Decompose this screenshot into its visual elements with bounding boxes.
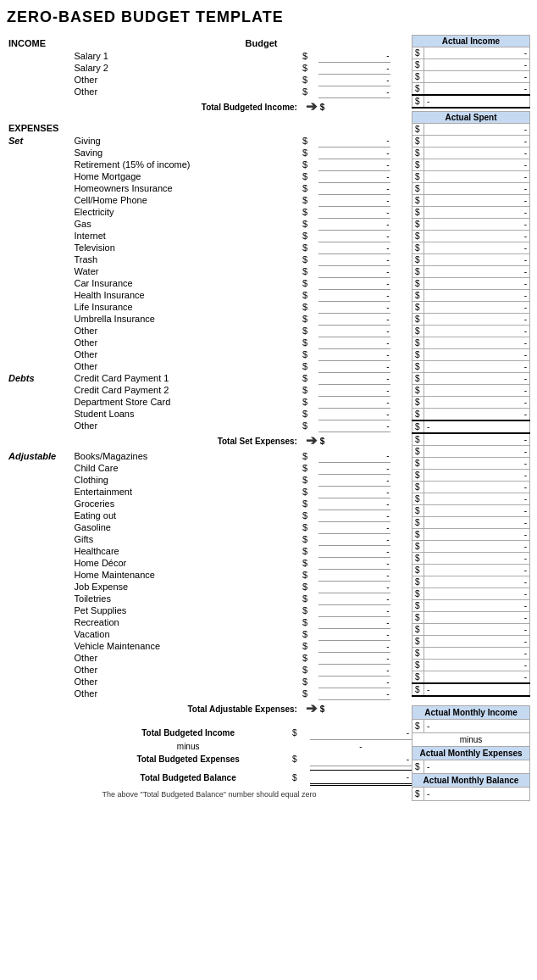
page-title: ZERO-BASED BUDGET TEMPLATE [7,8,530,26]
set-total-label: Total Set Expenses: [73,432,301,450]
list-item: Other $ - [7,360,412,372]
actual-monthly-expenses-header: Actual Monthly Expenses [412,746,530,760]
list-item: Gifts $ - [7,533,412,545]
actual-monthly-income-label: Actual Monthly Income [412,705,530,719]
adjustable-total-label: Total Adjustable Expenses: [73,699,301,718]
adjustable-section-row: Adjustable Books/Magazines $ - [7,450,412,462]
list-item: Toiletries $ - [7,593,412,604]
list-item: Clothing $ - [7,474,412,486]
list-item: Vacation $ - [7,628,412,640]
right-spent-row: $- [412,218,530,230]
actual-monthly-balance-header: Actual Monthly Balance [412,773,530,787]
actual-minus-row: minus [412,732,530,746]
actual-monthly-income-value[interactable]: - [424,719,530,732]
right-spent-row: $- [412,325,530,337]
list-item: Gas $ - [7,218,412,230]
right-spent-row: $- [412,277,530,289]
list-item: Vehicle Maintenance $ - [7,640,412,652]
list-item: Water $ - [7,265,412,277]
set-section-row: Set Giving $ - [7,135,412,147]
total-budgeted-balance-value[interactable]: - [310,771,412,785]
income-salary2-label: Salary 2 [73,62,244,74]
income-section-row: INCOME Budget [7,35,412,50]
right-adj-row: $- [412,528,530,540]
summary-table: Total Budgeted Income $ - minus - Total … [7,727,412,786]
left-section: INCOME Budget Salary 1 $ - Salary 2 [7,35,412,801]
list-item: Car Insurance $ - [7,277,412,289]
right-adj-row: $- [412,564,530,576]
right-adj-row: $- [412,611,530,623]
budget-table: INCOME Budget Salary 1 $ - Salary 2 [7,35,412,718]
right-adj-row: $- [412,457,530,469]
income-other1-value[interactable]: - [318,74,391,86]
income-total-label: Total Budgeted Income: [73,97,301,116]
list-item: Trash $ - [7,253,412,265]
right-income-row: $ - [412,83,530,96]
right-spent-row: $- [412,337,530,348]
right-adj-row: $- [412,469,530,481]
list-item: Eating out $ - [7,509,412,521]
right-adj-row: $- [412,552,530,564]
actual-monthly-expenses-row: $ - [412,760,530,773]
total-budgeted-income-value[interactable]: - [310,727,412,740]
right-adj-row: $- [412,659,530,671]
list-item: Healthcare $ - [7,545,412,557]
set-total-row: Total Set Expenses: ➔ $ [7,432,412,450]
right-adj-row: $- [412,516,530,528]
right-adj-row: $- [412,576,530,587]
list-item: Recreation $ - [7,616,412,628]
income-salary2-value[interactable]: - [318,62,391,74]
right-section: Actual Income $ - $ - $ - $ - $ - [412,35,530,801]
arrow-icon: ➔ [306,702,317,716]
right-income-header: Actual Income [412,36,530,47]
income-total-row: Total Budgeted Income: ➔ $ [7,97,412,116]
actual-monthly-expenses-value[interactable]: - [424,760,530,773]
right-spent-row: $- [412,230,530,242]
right-spent-header: Actual Spent [412,111,530,123]
right-adj-row: $- [412,504,530,516]
right-spent-row: $- [412,408,530,420]
income-salary1-value[interactable]: - [318,50,391,62]
arrow-icon: ➔ [306,434,317,448]
right-adj-row: $- [412,493,530,504]
list-item: Salary 1 $ - [7,50,412,62]
list-item: Student Loans $ - [7,408,412,420]
right-adj-total-row: $ - [412,683,530,696]
right-adj-row: $- [412,433,530,446]
set-giving-value[interactable]: - [318,135,391,147]
right-adj-row: $- [412,599,530,611]
right-income-row: $ - [412,71,530,83]
list-item: Other $ - [7,337,412,348]
list-item: Home Maintenance $ - [7,569,412,581]
adjustable-label: Adjustable [7,450,73,462]
total-budgeted-expenses-label: Total Budgeted Expenses [86,753,290,766]
set-label: Set [7,135,73,147]
actual-monthly-income-header: Actual Monthly Income [412,705,530,719]
minus-value: - [310,740,412,754]
right-adj-row: $- [412,647,530,659]
list-item: Other $ - [7,688,412,699]
right-spent-row: $- [412,396,530,408]
income-other2-value[interactable]: - [318,86,391,97]
right-spent-row: $- [412,253,530,265]
right-adj-row: $- [412,671,530,683]
expenses-section-row: EXPENSES [7,120,412,135]
actual-monthly-balance-value[interactable]: - [424,787,530,800]
total-budgeted-expenses-value[interactable]: - [310,753,412,766]
list-item: Home Mortgage $ - [7,170,412,182]
summary-right-section: Actual Monthly Income $ - minus Actual M… [412,705,530,801]
list-item: Retirement (15% of income) $ - [7,159,412,170]
list-item: Health Insurance $ - [7,289,412,301]
total-budgeted-balance-label: Total Budgeted Balance [86,771,290,785]
right-spent-row: $- [412,159,530,170]
income-other1-label: Other [73,74,244,86]
list-item: Other $ - [7,664,412,676]
total-budgeted-expenses-row: Total Budgeted Expenses $ - [7,753,412,766]
summary-right-table: Actual Monthly Income $ - minus Actual M… [412,705,530,801]
list-item: Gasoline $ - [7,521,412,533]
total-budgeted-income-label: Total Budgeted Income [86,727,290,740]
actual-monthly-expenses-label: Actual Monthly Expenses [412,746,530,760]
total-budgeted-balance-row: Total Budgeted Balance $ - [7,771,412,785]
right-income-total-value[interactable]: - [424,95,530,108]
list-item: Other $ - [7,325,412,337]
